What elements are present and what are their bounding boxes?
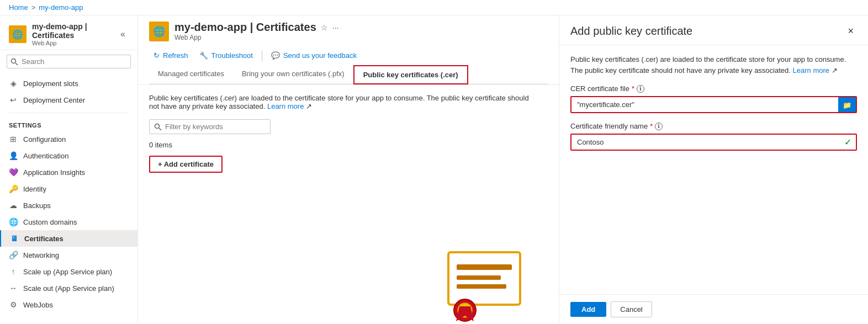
panel-external-link-icon: ↗ xyxy=(832,66,838,75)
certificates-icon: 🖥 xyxy=(10,234,19,243)
sidebar-divider xyxy=(9,113,129,113)
breadcrumb-home[interactable]: Home xyxy=(9,3,28,12)
sidebar-item-label: Deployment Center xyxy=(23,96,85,104)
sidebar-item-networking[interactable]: 🔗 Networking xyxy=(0,247,137,263)
learn-more-link[interactable]: Learn more xyxy=(267,102,304,110)
scale-out-icon: ↔ xyxy=(9,284,18,293)
sidebar-item-label: Networking xyxy=(23,251,59,259)
panel-title: Add public key certificate xyxy=(570,25,692,38)
networking-icon: 🔗 xyxy=(9,251,18,259)
panel-description: Public key certificates (.cer) are loade… xyxy=(570,54,857,76)
page-title: my-demo-app | Certificates xyxy=(174,21,316,34)
sidebar-item-webjobs[interactable]: ⚙ WebJobs xyxy=(0,296,137,313)
authentication-icon: 👤 xyxy=(9,151,18,160)
sidebar-header: 🌐 my-demo-app | Certificates Web App « xyxy=(0,15,137,50)
name-required-indicator: * xyxy=(650,122,653,130)
refresh-icon: ↻ xyxy=(154,51,160,60)
sidebar-item-authentication[interactable]: 👤 Authentication xyxy=(0,147,137,164)
tabs-container: Managed certificates Bring your own cert… xyxy=(149,65,548,84)
sidebar-item-label: Custom domains xyxy=(23,218,77,226)
sidebar-item-deployment-slots[interactable]: ◈ Deployment slots xyxy=(0,75,137,92)
cancel-button[interactable]: Cancel xyxy=(611,301,652,317)
application-insights-icon: 💜 xyxy=(9,168,18,177)
sidebar-item-scale-out[interactable]: ↔ Scale out (App Service plan) xyxy=(0,280,137,296)
app-icon: 🌐 xyxy=(9,25,27,43)
page-subtitle: Web App xyxy=(174,34,338,41)
configuration-icon: ⊞ xyxy=(9,135,18,144)
deployment-slots-icon: ◈ xyxy=(9,79,18,88)
settings-section-label: Settings xyxy=(0,118,137,131)
main-content: 🌐 my-demo-app | Certificates ☆ ··· Web A… xyxy=(138,15,559,324)
cer-info-icon[interactable]: ℹ xyxy=(637,85,644,93)
sidebar-search-container xyxy=(0,50,137,73)
cer-file-input-row: 📁 xyxy=(570,96,857,113)
add-certificate-button[interactable]: + Add certificate xyxy=(149,156,223,173)
tab-public-key-certificates[interactable]: Public key certificates (.cer) xyxy=(353,65,468,84)
add-button[interactable]: Add xyxy=(570,302,606,317)
sidebar-item-label: Deployment slots xyxy=(23,79,78,88)
cer-file-input[interactable] xyxy=(571,97,838,112)
breadcrumb-sep: > xyxy=(31,3,36,12)
sidebar-item-label: WebJobs xyxy=(23,301,53,309)
sidebar-item-configuration[interactable]: ⊞ Configuration xyxy=(0,131,137,147)
sidebar-app-subtitle: Web App xyxy=(32,40,112,46)
sidebar-item-label: Backups xyxy=(23,201,51,210)
toolbar: ↻ Refresh 🔧 Troubleshoot 💬 Send us your … xyxy=(149,46,548,65)
breadcrumb: Home > my-demo-app xyxy=(0,0,868,15)
troubleshoot-button[interactable]: 🔧 Troubleshoot xyxy=(195,49,257,62)
sidebar-item-label: Scale up (App Service plan) xyxy=(23,268,112,276)
main-header: 🌐 my-demo-app | Certificates ☆ ··· Web A… xyxy=(138,15,559,85)
filter-row xyxy=(149,119,548,134)
right-panel: Add public key certificate × Public key … xyxy=(559,15,868,324)
sidebar-item-scale-up[interactable]: ↑ Scale up (App Service plan) xyxy=(0,263,137,280)
sidebar-item-label: Scale out (App Service plan) xyxy=(23,284,114,293)
cert-name-field-group: Certificate friendly name * ℹ ✓ xyxy=(570,122,857,151)
sidebar-item-label: Configuration xyxy=(23,135,66,144)
troubleshoot-icon: 🔧 xyxy=(199,51,208,60)
panel-footer: Add Cancel xyxy=(559,294,868,324)
sidebar-item-label: Authentication xyxy=(23,152,68,160)
search-input[interactable] xyxy=(7,55,131,68)
sidebar-item-label: Identity xyxy=(23,185,46,193)
add-cert-label: + Add certificate xyxy=(158,160,214,168)
favorite-button[interactable]: ☆ xyxy=(321,23,328,32)
sidebar-item-custom-domains[interactable]: 🌐 Custom domains xyxy=(0,214,137,230)
name-info-icon[interactable]: ℹ xyxy=(655,123,663,130)
sidebar-item-label: Certificates xyxy=(24,235,63,243)
more-options-button[interactable]: ··· xyxy=(332,23,339,32)
sidebar-item-certificates[interactable]: 🖥 Certificates xyxy=(0,230,137,247)
sidebar-settings-section: Settings ⊞ Configuration 👤 Authenticatio… xyxy=(0,115,137,315)
tab-bring-own-certificates[interactable]: Bring your own certificates (.pfx) xyxy=(233,65,353,84)
panel-header: Add public key certificate × xyxy=(559,15,868,45)
sidebar-app-title: my-demo-app | Certificates xyxy=(32,22,112,40)
sidebar-collapse-button[interactable]: « xyxy=(117,28,129,40)
panel-close-button[interactable]: × xyxy=(844,24,857,38)
deployment-center-icon: ↩ xyxy=(9,95,18,104)
feedback-button[interactable]: 💬 Send us your feedback xyxy=(267,49,361,62)
sidebar-item-application-insights[interactable]: 💜 Application Insights xyxy=(0,164,137,180)
cert-name-input[interactable] xyxy=(571,135,840,150)
title-row: 🌐 my-demo-app | Certificates ☆ ··· Web A… xyxy=(149,21,548,41)
cert-name-label: Certificate friendly name * ℹ xyxy=(570,122,857,130)
svg-rect-1 xyxy=(457,264,512,270)
cer-file-label: CER certificate file * ℹ xyxy=(570,84,857,93)
identity-icon: 🔑 xyxy=(9,184,18,193)
panel-learn-more-link[interactable]: Learn more xyxy=(793,66,829,75)
folder-icon: 📁 xyxy=(843,101,851,109)
tab-managed-certificates[interactable]: Managed certificates xyxy=(149,65,233,84)
scale-up-icon: ↑ xyxy=(9,267,18,276)
webjobs-icon: ⚙ xyxy=(9,300,18,309)
sidebar-item-identity[interactable]: 🔑 Identity xyxy=(0,180,137,197)
breadcrumb-app[interactable]: my-demo-app xyxy=(39,3,83,12)
certificate-illustration xyxy=(437,247,526,324)
external-link-icon: ↗ xyxy=(306,102,312,110)
cer-file-browse-button[interactable]: 📁 xyxy=(838,97,856,112)
cert-name-input-row: ✓ xyxy=(570,134,857,151)
content-area: Public key certificates (.cer) are loade… xyxy=(138,85,559,324)
sidebar-item-deployment-center[interactable]: ↩ Deployment Center xyxy=(0,92,137,108)
refresh-button[interactable]: ↻ Refresh xyxy=(149,49,193,62)
filter-input[interactable] xyxy=(149,119,271,134)
svg-rect-2 xyxy=(457,275,501,280)
backups-icon: ☁ xyxy=(9,201,18,210)
sidebar-item-backups[interactable]: ☁ Backups xyxy=(0,197,137,214)
